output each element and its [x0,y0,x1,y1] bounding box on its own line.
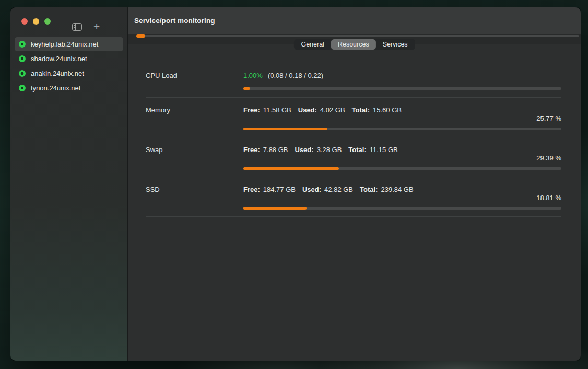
usage-percent: 18.81 % [243,194,561,202]
refresh-progress-fill [136,34,145,38]
resource-rows: CPU Load1.00%(0.08 / 0.18 / 0.22)MemoryF… [146,72,561,217]
sidebar-toolbar: + [72,23,100,31]
field-label: Free: [243,146,260,154]
server-name: tyrion.24unix.net [31,84,80,92]
resource-values: Free:7.88 GBUsed:3.28 GBTotal:11.15 GB [243,146,561,154]
resource-label: Swap [146,146,243,154]
usage-progress-bar [243,87,561,90]
sidebar-item-server[interactable]: anakin.24unix.net [15,66,123,80]
usage-percent: 29.39 % [243,154,561,163]
usage-progress-fill [243,207,307,210]
usage-progress-fill [243,167,339,170]
field-value-used: 3.28 GB [317,146,342,154]
field-value-total: 15.60 GB [373,106,402,114]
usage-progress-fill [243,128,327,130]
field-value-free: 7.88 GB [263,146,288,154]
server-name: shadow.24unix.net [31,55,87,63]
close-button[interactable] [21,18,28,25]
sidebar-item-server[interactable]: keyhelp.lab.24unix.net [15,37,123,51]
field-label: Total: [352,106,370,114]
status-online-icon [19,55,26,62]
add-server-icon[interactable]: + [93,22,100,30]
sidebar-item-server[interactable]: tyrion.24unix.net [15,81,123,95]
resource-row: SSDFree:184.77 GBUsed:42.82 GBTotal:239.… [146,177,561,217]
cpu-load-averages: (0.08 / 0.18 / 0.22) [268,72,323,79]
usage-progress-fill [243,87,250,90]
field-label: Free: [243,106,260,114]
server-list: keyhelp.lab.24unix.netshadow.24unix.neta… [15,37,123,95]
field-value-total: 11.15 GB [370,146,398,154]
field-label: Free: [243,186,260,193]
sidebar-toggle-icon[interactable] [72,23,82,31]
field-label: Used: [295,146,314,154]
resource-label: CPU Load [146,72,243,80]
field-label: Used: [302,186,321,193]
tab-services[interactable]: Services [376,39,415,50]
sidebar: + keyhelp.lab.24unix.netshadow.24unix.ne… [10,7,128,361]
field-value-free: 11.58 GB [263,106,291,114]
app-window: + keyhelp.lab.24unix.netshadow.24unix.ne… [10,7,581,361]
content-area: GeneralResourcesServices CPU Load1.00%(0… [128,34,581,361]
resource-values: Free:11.58 GBUsed:4.02 GBTotal:15.60 GB [243,106,561,114]
cpu-load-percent: 1.00% [243,72,263,79]
detail-pane: Service/port monitoring GeneralResources… [128,7,581,361]
resource-label: SSD [146,186,243,194]
status-online-icon [19,70,26,77]
title-bar: Service/port monitoring [128,7,581,34]
status-online-icon [19,85,26,91]
resource-row: SwapFree:7.88 GBUsed:3.28 GBTotal:11.15 … [146,137,561,177]
field-label: Used: [298,106,317,114]
field-value-total: 239.84 GB [381,186,413,193]
status-online-icon [19,41,26,48]
tab-general[interactable]: General [294,39,331,50]
resource-values: 1.00%(0.08 / 0.18 / 0.22) [243,72,561,80]
server-name: anakin.24unix.net [31,70,84,77]
sidebar-item-server[interactable]: shadow.24unix.net [15,52,123,66]
resource-row: MemoryFree:11.58 GBUsed:4.02 GBTotal:15.… [146,98,561,137]
field-value-used: 4.02 GB [320,106,345,114]
field-value-used: 42.82 GB [324,186,353,193]
page-title: Service/port monitoring [134,17,215,25]
usage-progress-bar [243,128,561,130]
usage-percent: 25.77 % [243,114,561,123]
minimize-button[interactable] [33,18,39,25]
field-value-free: 184.77 GB [263,186,296,193]
resource-values: Free:184.77 GBUsed:42.82 GBTotal:239.84 … [243,186,561,194]
zoom-button[interactable] [44,18,51,25]
usage-progress-bar [243,167,561,170]
server-name: keyhelp.lab.24unix.net [31,40,98,48]
refresh-progress-bar [136,35,579,37]
tab-bar: GeneralResourcesServices [293,39,415,50]
field-label: Total: [360,186,378,193]
traffic-lights [10,7,127,25]
tab-resources[interactable]: Resources [331,39,376,50]
resource-label: Memory [146,106,243,114]
field-label: Total: [348,146,366,154]
usage-progress-bar [243,207,561,210]
resource-row: CPU Load1.00%(0.08 / 0.18 / 0.22) [146,72,561,98]
